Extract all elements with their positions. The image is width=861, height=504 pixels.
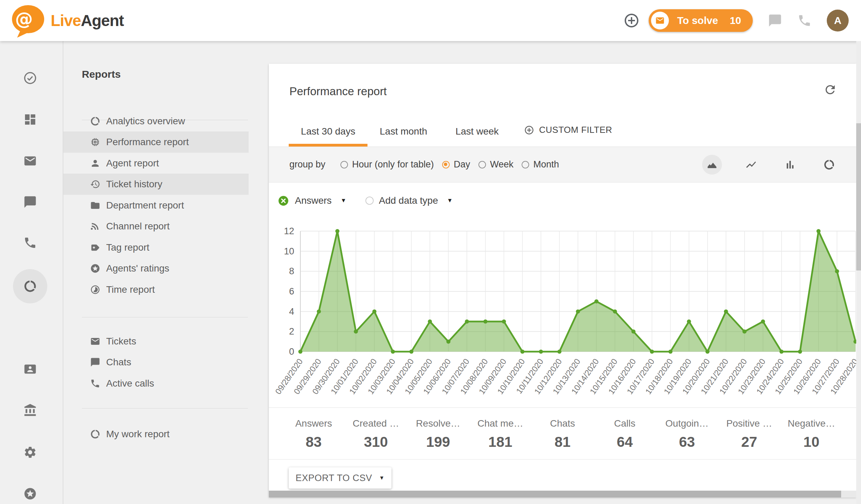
reports-donut-icon[interactable] — [23, 279, 37, 293]
chats-rail-icon[interactable] — [23, 195, 37, 209]
radio-hour-label[interactable]: Hour (only for table) — [352, 159, 434, 170]
dashboard-icon[interactable] — [23, 113, 37, 126]
horizontal-scrollbar-track[interactable] — [269, 491, 856, 497]
to-solve-button[interactable]: To solve 10 — [649, 9, 753, 32]
donut-chart-icon — [823, 159, 835, 171]
folder-icon — [90, 200, 100, 211]
sidebar-item-channel-report[interactable]: Channel report — [63, 216, 249, 237]
stat-value: 27 — [718, 434, 781, 450]
chats-header-icon[interactable] — [768, 13, 782, 28]
sidebar-item-chats[interactable]: Chats — [63, 352, 249, 373]
vertical-scrollbar-thumb[interactable] — [856, 123, 861, 270]
export-label: EXPORT TO CSV — [296, 473, 372, 483]
sidebar-item-label: Analytics overview — [106, 116, 185, 127]
tab-last-month[interactable]: Last month — [376, 126, 431, 137]
gear-icon[interactable] — [23, 445, 37, 459]
liveagent-logo[interactable]: @ LiveAgent — [9, 3, 124, 38]
chat-icon — [90, 357, 100, 367]
stat-label: Chat me… — [469, 418, 532, 429]
svg-text:6: 6 — [289, 286, 294, 297]
add-data-type-radio[interactable] — [365, 197, 374, 205]
radio-month-label[interactable]: Month — [533, 159, 559, 170]
data-type-row: Answers ▼ Add data type ▼ — [269, 183, 856, 218]
sidebar-title: Reports — [82, 68, 121, 80]
sidebar-item-time-report[interactable]: Time report — [63, 279, 249, 300]
add-data-type-label[interactable]: Add data type — [379, 195, 438, 206]
sidebar-item-label: Time report — [106, 284, 155, 295]
sidebar-item-agents-ratings[interactable]: Agents' ratings — [63, 258, 249, 279]
radio-day-label[interactable]: Day — [454, 159, 470, 170]
donut-chart-icon — [90, 429, 100, 439]
sidebar-item-department-report[interactable]: Department report — [63, 195, 249, 216]
sidebar-item-performance-report[interactable]: Performance report — [63, 131, 249, 153]
icon-rail — [0, 41, 63, 504]
custom-filter-button[interactable]: CUSTOM FILTER — [524, 125, 612, 135]
stat-2: Resolve…199 — [407, 408, 469, 459]
contact-card-icon[interactable] — [23, 362, 37, 376]
svg-text:12: 12 — [284, 226, 294, 236]
stat-value: 10 — [780, 434, 843, 450]
stat-label: Answers — [283, 418, 345, 429]
sidebar-item-label: Tickets — [106, 336, 136, 347]
sidebar-item-tag-report[interactable]: Tag report — [63, 237, 249, 258]
area-chart-button[interactable] — [702, 155, 722, 175]
bank-icon[interactable] — [23, 403, 37, 417]
stat-value: 83 — [283, 434, 345, 450]
tab-last-week[interactable]: Last week — [453, 126, 501, 137]
sidebar-item-my-work-report[interactable]: My work report — [63, 424, 249, 445]
calls-rail-icon[interactable] — [23, 236, 37, 250]
data-type-dropdown-caret[interactable]: ▼ — [340, 197, 346, 204]
stat-value: 81 — [532, 434, 594, 450]
radio-week[interactable] — [478, 161, 486, 168]
memory-chip-icon — [90, 137, 100, 147]
bar-chart-button[interactable] — [780, 155, 800, 175]
star-circle-icon — [90, 263, 100, 274]
header-actions: To solve 10 A — [623, 9, 861, 32]
divider — [82, 317, 248, 317]
sidebar-item-label: Chats — [106, 357, 131, 368]
radio-day[interactable] — [442, 161, 450, 168]
radio-hour[interactable] — [340, 161, 348, 168]
stat-4: Chats81 — [532, 408, 594, 459]
svg-text:8: 8 — [289, 266, 294, 276]
stat-label: Created … — [345, 418, 407, 429]
phone-icon — [90, 378, 100, 389]
add-data-type-caret[interactable]: ▼ — [447, 197, 453, 204]
data-type-selected-label[interactable]: Answers — [295, 195, 332, 206]
to-solve-count: 10 — [730, 15, 741, 26]
star-circle-icon[interactable] — [23, 487, 37, 501]
user-avatar[interactable]: A — [827, 10, 849, 32]
sidebar-item-label: Ticket history — [106, 179, 162, 190]
sidebar-item-label: Agent report — [106, 158, 159, 169]
calls-header-icon[interactable] — [797, 13, 812, 28]
stat-value: 310 — [345, 434, 407, 450]
vertical-scrollbar-track[interactable] — [856, 41, 861, 504]
donut-chart-button[interactable] — [819, 155, 839, 175]
answers-area-chart: 02468101209/28/202009/29/202009/30/20201… — [269, 218, 856, 410]
radio-week-label[interactable]: Week — [490, 159, 514, 170]
line-chart-button[interactable] — [741, 155, 761, 175]
refresh-icon[interactable] — [823, 83, 837, 97]
horizontal-scrollbar-thumb[interactable] — [269, 491, 841, 497]
custom-filter-label: CUSTOM FILTER — [539, 125, 612, 135]
sidebar-item-tickets[interactable]: Tickets — [63, 331, 249, 352]
line-chart-icon — [745, 159, 757, 171]
tab-last-30-days[interactable]: Last 30 days — [289, 126, 367, 137]
sidebar-item-label: My work report — [106, 429, 170, 440]
add-new-icon[interactable] — [623, 12, 640, 29]
stat-value: 181 — [469, 434, 532, 450]
to-solve-mail-badge — [651, 12, 669, 29]
summary-stats-row: Answers83Created …310Resolve…199Chat me…… — [283, 408, 843, 459]
sidebar-item-active-calls[interactable]: Active calls — [63, 373, 249, 394]
check-circle-icon[interactable] — [23, 71, 37, 85]
radio-month[interactable] — [522, 161, 529, 168]
sidebar-item-agent-report[interactable]: Agent report — [63, 153, 249, 174]
timelapse-clock-icon — [90, 285, 100, 295]
stat-7: Positive …27 — [718, 408, 781, 459]
history-clock-icon — [90, 179, 100, 189]
tickets-mail-icon[interactable] — [23, 154, 37, 168]
sidebar-item-ticket-history[interactable]: Ticket history — [63, 174, 249, 195]
remove-data-type-icon[interactable] — [278, 196, 289, 206]
sidebar-item-analytics-overview[interactable]: Analytics overview — [63, 111, 249, 132]
export-to-csv-button[interactable]: EXPORT TO CSV ▼ — [289, 467, 391, 489]
